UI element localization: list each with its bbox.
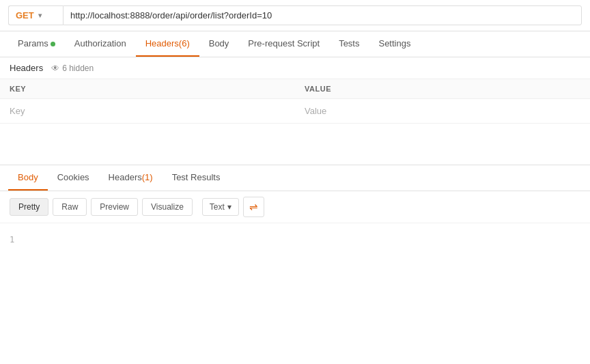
body-content: 1: [0, 223, 590, 255]
key-column-header: KEY: [0, 79, 295, 99]
tab-headers[interactable]: Headers(6): [136, 31, 199, 57]
table-row: Key Value: [0, 99, 590, 124]
resp-tab-testresults[interactable]: Test Results: [163, 165, 230, 191]
url-input[interactable]: [63, 5, 582, 25]
preview-button[interactable]: Preview: [91, 198, 138, 216]
resp-tab-body[interactable]: Body: [8, 165, 48, 191]
tab-prerequest[interactable]: Pre-request Script: [238, 31, 329, 57]
tab-settings[interactable]: Settings: [369, 31, 420, 57]
resp-tab-cookies[interactable]: Cookies: [48, 165, 99, 191]
tab-tests[interactable]: Tests: [329, 31, 369, 57]
params-dot: [51, 42, 55, 46]
wrap-button[interactable]: ⇌: [243, 197, 264, 217]
request-tabs: Params Authorization Headers(6) Body Pre…: [0, 31, 590, 57]
line-number: 1: [10, 235, 14, 244]
headers-section-label: Headers: [10, 63, 43, 73]
tab-authorization[interactable]: Authorization: [65, 31, 136, 57]
headers-section-header: Headers 👁 6 hidden: [0, 57, 590, 79]
hidden-badge[interactable]: 👁 6 hidden: [51, 64, 94, 73]
tab-body[interactable]: Body: [199, 31, 239, 57]
visualize-button[interactable]: Visualize: [142, 198, 193, 216]
text-format-chevron-icon: ▾: [227, 202, 231, 212]
wrap-icon: ⇌: [249, 201, 258, 212]
value-column-header: VALUE: [295, 79, 590, 99]
response-tabs: Body Cookies Headers(1) Test Results: [0, 165, 590, 191]
format-bar: Pretty Raw Preview Visualize Text ▾ ⇌: [0, 191, 590, 223]
tab-params[interactable]: Params: [8, 31, 65, 57]
eye-icon: 👁: [51, 64, 59, 73]
value-cell[interactable]: Value: [295, 99, 590, 124]
hidden-count: 6 hidden: [62, 64, 94, 73]
pretty-button[interactable]: Pretty: [10, 198, 48, 216]
key-cell[interactable]: Key: [0, 99, 295, 124]
method-chevron-icon: ▾: [38, 12, 42, 19]
resp-tab-headers[interactable]: Headers(1): [99, 165, 163, 191]
text-format-label: Text: [210, 202, 225, 212]
raw-button[interactable]: Raw: [53, 198, 87, 216]
headers-table: KEY VALUE Key Value: [0, 79, 590, 124]
url-bar: GET ▾: [0, 0, 590, 31]
method-label: GET: [16, 10, 34, 20]
method-select[interactable]: GET ▾: [8, 5, 63, 25]
text-format-select[interactable]: Text ▾: [202, 198, 239, 216]
